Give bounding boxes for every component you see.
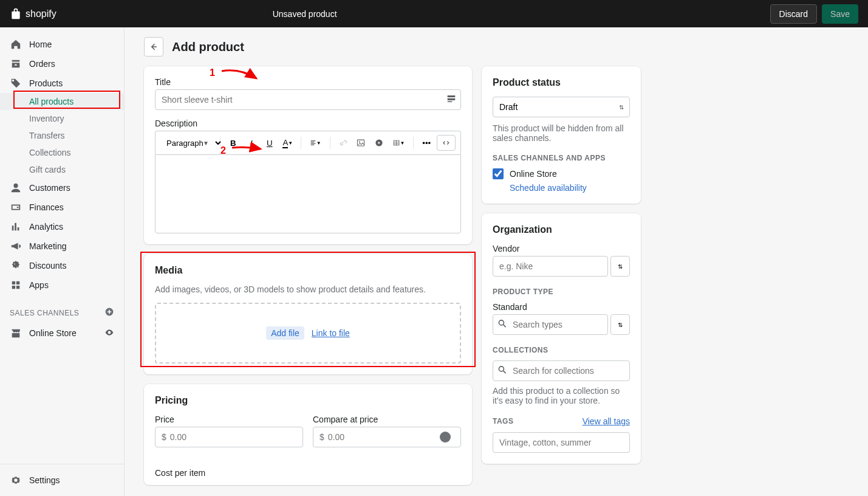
search-icon [497,319,507,331]
save-button[interactable]: Save [822,4,858,24]
title-label: Title [155,77,461,87]
svg-point-11 [499,367,504,371]
media-dropzone[interactable]: Add file Link to file [155,303,461,363]
standard-label: Standard [493,302,630,312]
nav-customers[interactable]: Customers [0,178,124,198]
channel-online-store[interactable]: Online Store [493,168,630,179]
collections-hint: Add this product to a collection so it's… [493,386,630,405]
nav-home-label: Home [29,40,52,49]
code-view-button[interactable] [437,135,456,151]
card-organization: Organization Vendor ⇅ PRODUCT TYPE Stand… [482,213,641,464]
nav-apps[interactable]: Apps [0,275,124,295]
bold-button[interactable]: B [225,136,241,150]
gear-icon [10,474,22,486]
tags-input[interactable] [493,432,630,453]
nav-gift-cards[interactable]: Gift cards [0,161,124,178]
topbar: shopify Unsaved product Discard Save [0,0,868,27]
search-icon [497,365,507,377]
main-content: 1 2 Add product Title [125,27,868,496]
add-channel-icon[interactable] [104,307,114,319]
description-editor[interactable] [155,154,461,233]
nav-products-label: Products [29,78,63,88]
orders-icon [10,58,22,70]
compare-price-input[interactable] [328,427,440,447]
nav-discounts[interactable]: Discounts [0,256,124,275]
card-status: Product status Draft ⇅ This product will… [482,66,641,204]
topbar-title: Unsaved product [273,9,337,19]
nav-collections[interactable]: Collections [0,144,124,161]
nav-finances[interactable]: Finances [0,198,124,217]
more-button[interactable]: ••• [419,136,434,150]
media-desc: Add images, videos, or 3D models to show… [155,284,461,294]
svg-rect-5 [448,102,453,103]
nav-settings[interactable]: Settings [0,470,124,490]
vendor-input[interactable] [493,256,608,277]
tag-icon [10,77,22,89]
product-type-input[interactable] [493,314,608,335]
media-heading: Media [155,265,461,276]
type-dropdown-button[interactable]: ⇅ [610,314,630,335]
title-suggest-icon[interactable] [446,94,456,106]
discard-button[interactable]: Discard [770,4,817,24]
view-all-tags-link[interactable]: View all tags [583,416,630,426]
grid-icon [10,279,22,291]
status-select[interactable]: Draft [493,97,630,117]
link-button[interactable] [335,136,350,150]
text-color-button[interactable]: A ▼ [280,136,296,151]
nav-all-products-label: All products [29,97,73,106]
megaphone-icon [10,240,22,252]
price-input[interactable] [170,427,296,447]
italic-button[interactable]: I [244,136,259,150]
nav-orders[interactable]: Orders [0,54,124,74]
nav-transfers[interactable]: Transfers [0,127,124,144]
status-heading: Product status [493,77,630,88]
nav-all-products[interactable]: All products [0,93,124,110]
card-title-description: Title Description Paragraph ▼ [144,66,472,244]
collections-input[interactable] [493,360,630,381]
description-label: Description [155,119,461,128]
video-button[interactable] [371,136,387,150]
title-input[interactable] [155,89,461,110]
page-header: Add product [144,37,849,57]
logo: shopify [10,7,56,21]
nav-analytics[interactable]: Analytics [0,217,124,236]
status-hint: This product will be hidden from all sal… [493,123,630,143]
online-store-checkbox[interactable] [493,168,504,179]
channels-label: SALES CHANNELS AND APPS [493,154,630,162]
wallet-icon [10,201,22,213]
back-button[interactable] [144,37,163,57]
arrow-left-icon [149,42,159,52]
table-button[interactable]: ▼ [389,136,408,150]
card-media: Media Add images, videos, or 3D models t… [144,254,472,374]
price-label: Price [155,415,303,424]
cost-label: Cost per item [155,468,461,478]
help-icon[interactable]: ? [440,432,451,443]
card-pricing: Pricing Price $ Compare at price [144,384,472,485]
shopify-bag-icon [10,7,22,21]
nav-home[interactable]: Home [0,35,124,54]
compare-label: Compare at price [313,415,461,424]
currency-symbol: $ [320,432,324,442]
link-to-file-button[interactable]: Link to file [312,328,350,338]
nav-products[interactable]: Products [0,74,124,93]
add-file-button[interactable]: Add file [266,326,304,340]
underline-button[interactable]: U [262,136,278,150]
vendor-dropdown-button[interactable]: ⇅ [610,256,630,277]
nav-online-store[interactable]: Online Store [0,323,124,343]
image-button[interactable] [353,136,369,150]
schedule-link[interactable]: Schedule availability [510,183,587,193]
org-heading: Organization [493,224,630,235]
paragraph-select[interactable]: Paragraph [160,137,223,150]
editor-toolbar: Paragraph ▼ B I U A ▼ ▼ [155,131,461,154]
brand-name: shopify [26,9,56,19]
currency-symbol: $ [162,432,166,442]
align-button[interactable]: ▼ [306,136,325,150]
eye-icon[interactable] [104,328,114,339]
nav-marketing[interactable]: Marketing [0,236,124,256]
svg-rect-3 [448,95,456,97]
svg-point-7 [359,142,360,143]
collections-label: COLLECTIONS [493,346,630,354]
tags-label: TAGS [493,417,513,425]
pricing-heading: Pricing [155,395,461,406]
nav-inventory[interactable]: Inventory [0,110,124,127]
